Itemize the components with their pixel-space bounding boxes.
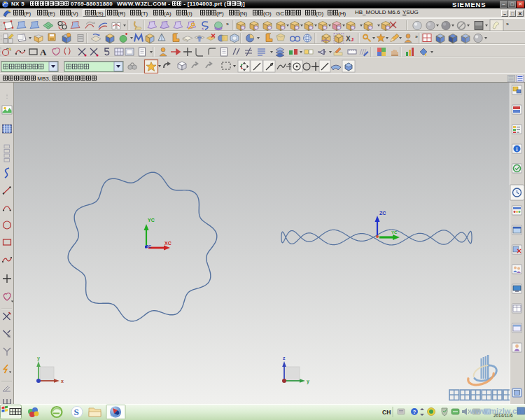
svg-text:y: y xyxy=(37,356,40,361)
svg-text:z: z xyxy=(283,356,286,360)
svg-text:»: » xyxy=(226,22,229,27)
svg-text:XJ: XJ xyxy=(346,35,354,43)
svg-text:y: y xyxy=(307,379,309,384)
svg-text:CH: CH xyxy=(382,409,391,416)
svg-text:x: x xyxy=(61,379,64,384)
svg-text:»: » xyxy=(506,22,509,27)
svg-text:YC: YC xyxy=(148,218,155,223)
svg-text:S: S xyxy=(74,407,79,417)
svg-text:ZC: ZC xyxy=(379,211,386,216)
svg-text:»: » xyxy=(415,34,418,39)
svg-text:?: ? xyxy=(413,409,416,415)
svg-text:YC: YC xyxy=(391,230,398,234)
svg-text:2014/11/6: 2014/11/6 xyxy=(493,413,513,418)
svg-text:XC: XC xyxy=(164,241,172,246)
svg-text:A: A xyxy=(40,47,47,57)
